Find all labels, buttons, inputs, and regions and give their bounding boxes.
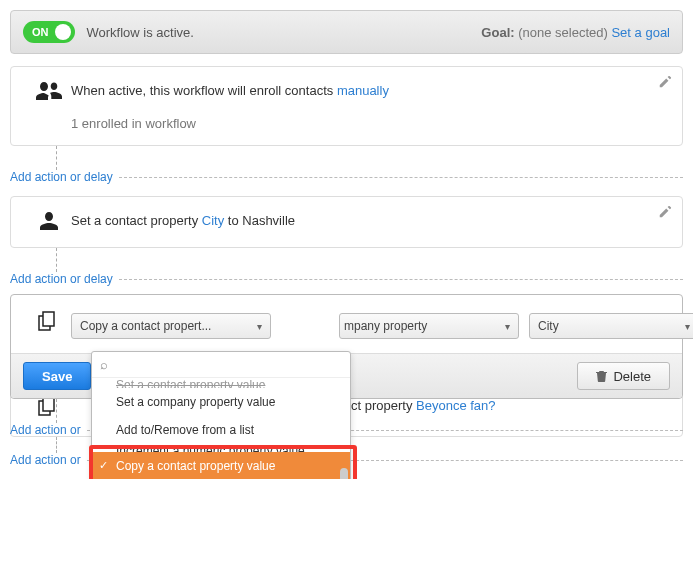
- dropdown-item[interactable]: Set a contact property value: [92, 378, 350, 388]
- dropdown-item-increment[interactable]: Increment a numeric property value: [92, 444, 350, 452]
- pencil-icon[interactable]: [658, 205, 672, 219]
- action-type-select[interactable]: Copy a contact propert... ▾: [71, 313, 271, 339]
- target-property-select[interactable]: mpany property ▾: [339, 313, 519, 339]
- action-editor-card: Copy a contact propert... ▾ mpany proper…: [10, 294, 683, 399]
- dropdown-item-set-company[interactable]: Set a company property value: [92, 388, 350, 416]
- set-property-step-card: Set a contact property City to Nashville: [10, 196, 683, 248]
- dropdown-list[interactable]: Set a contact property value Set a compa…: [92, 378, 350, 479]
- goal-label: Goal:: [481, 25, 514, 40]
- goal-section: Goal: (none selected) Set a goal: [481, 25, 670, 40]
- add-action-row-1: Add action or delay: [10, 170, 683, 184]
- search-icon: ⌕: [100, 357, 108, 372]
- svg-rect-2: [39, 401, 50, 415]
- add-action-link[interactable]: Add action or delay: [10, 170, 113, 184]
- add-action-link[interactable]: Add action or delay: [10, 272, 113, 286]
- set-property-text: Set a contact property City to Nashville: [71, 213, 666, 228]
- caret-down-icon: ▾: [257, 321, 262, 332]
- enroll-mode-link[interactable]: manually: [337, 83, 389, 98]
- connector-line: [56, 146, 683, 170]
- goal-value: (none selected): [518, 25, 608, 40]
- enrollment-step-card: When active, this workflow will enroll c…: [10, 66, 683, 146]
- copy-icon: [27, 311, 71, 331]
- caret-down-icon: ▾: [505, 321, 510, 332]
- delete-button[interactable]: Delete: [577, 362, 670, 390]
- trash-icon: [596, 370, 607, 382]
- value-select[interactable]: City ▾: [529, 313, 693, 339]
- property-city-link[interactable]: City: [202, 213, 224, 228]
- people-icon: [27, 81, 71, 101]
- pencil-icon[interactable]: [658, 75, 672, 89]
- workflow-active-text: Workflow is active.: [87, 25, 194, 40]
- enrolled-count: 1 enrolled in workflow: [71, 116, 666, 131]
- add-action-row-2: Add action or delay: [10, 272, 683, 286]
- workflow-active-toggle[interactable]: ON: [23, 21, 75, 43]
- enrollment-text: When active, this workflow will enroll c…: [71, 83, 666, 98]
- caret-down-icon: ▾: [685, 321, 690, 332]
- svg-rect-3: [43, 397, 54, 411]
- dropdown-search: ⌕: [92, 352, 350, 378]
- dropdown-scrollbar[interactable]: [340, 468, 348, 479]
- person-icon: [27, 211, 71, 231]
- add-action-link[interactable]: Add action or: [10, 453, 81, 467]
- add-action-link[interactable]: Add action or: [10, 423, 81, 437]
- dropdown-item-copy-contact[interactable]: Copy a contact property value: [92, 452, 350, 479]
- set-goal-link[interactable]: Set a goal: [611, 25, 670, 40]
- toggle-label: ON: [32, 26, 49, 38]
- connector-line: [56, 248, 683, 272]
- save-button[interactable]: Save: [23, 362, 91, 390]
- dropdown-search-input[interactable]: [112, 358, 342, 372]
- status-bar: ON Workflow is active. Goal: (none selec…: [10, 10, 683, 54]
- svg-rect-1: [43, 312, 54, 326]
- dropdown-item-add-remove[interactable]: Add to/Remove from a list: [92, 416, 350, 444]
- action-type-dropdown: ⌕ Set a contact property value Set a com…: [91, 351, 351, 479]
- toggle-knob: [55, 24, 71, 40]
